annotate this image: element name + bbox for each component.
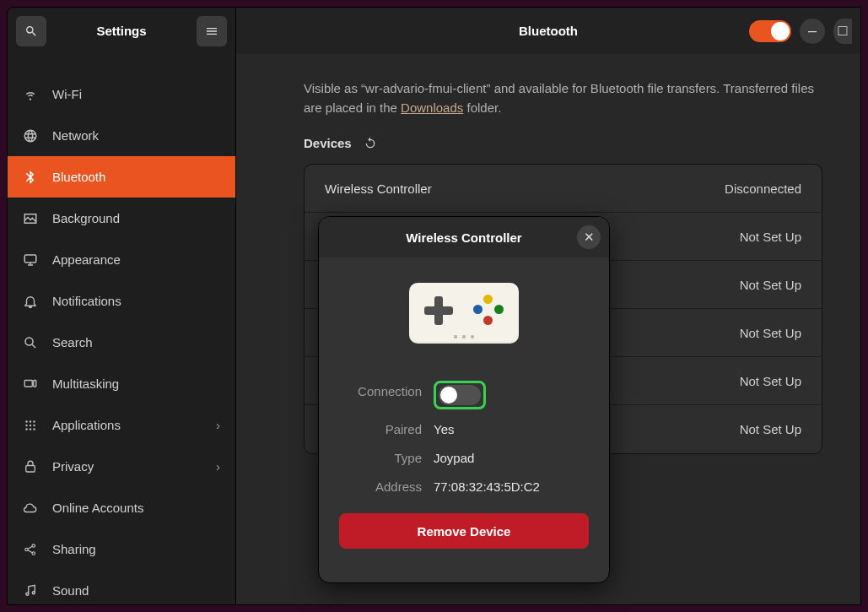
main-header: Bluetooth – □ <box>236 8 860 54</box>
lock-icon <box>23 459 38 474</box>
hamburger-icon <box>205 24 218 38</box>
device-row[interactable]: Wireless Controller Disconnected <box>305 165 822 213</box>
chevron-right-icon: › <box>216 459 220 474</box>
cloud-icon <box>23 501 38 516</box>
svg-point-1 <box>25 338 33 345</box>
connection-toggle-highlight <box>434 381 486 409</box>
address-label: Address <box>339 476 434 498</box>
type-label: Type <box>339 447 434 469</box>
gamepad-icon <box>409 283 519 344</box>
dialog-header: Wireless Controller ✕ <box>319 217 609 257</box>
sidebar-item-label: Wi-Fi <box>52 87 82 101</box>
sidebar-item-wifi[interactable]: Wi-Fi <box>8 73 235 115</box>
svg-point-17 <box>26 593 29 595</box>
sidebar-item-label: Bluetooth <box>52 170 105 184</box>
refresh-icon <box>364 137 377 150</box>
sidebar-item-appearance[interactable]: Appearance <box>8 239 235 280</box>
search-icon <box>23 335 38 350</box>
dialog-body: Connection Paired Yes Type Joypad Addres… <box>319 257 609 549</box>
devices-header: Devices <box>304 136 860 150</box>
paired-label: Paired <box>339 419 434 441</box>
close-button[interactable]: ✕ <box>577 225 601 249</box>
svg-point-7 <box>25 424 27 425</box>
appearance-icon <box>23 252 38 268</box>
globe-icon <box>23 128 38 144</box>
sidebar-item-label: Background <box>52 211 120 225</box>
sidebar-item-label: Privacy <box>52 459 94 474</box>
music-icon <box>23 583 38 598</box>
sidebar-item-notifications[interactable]: Notifications <box>8 280 235 322</box>
sidebar-item-multitasking[interactable]: Multitasking <box>8 363 235 404</box>
menu-button[interactable] <box>197 16 227 46</box>
sidebar-list: Wi-Fi Network Bluetooth Background Appea… <box>8 54 235 604</box>
svg-point-5 <box>30 420 31 422</box>
sidebar-item-privacy[interactable]: Privacy › <box>8 446 235 487</box>
svg-point-18 <box>32 591 35 593</box>
close-icon: ✕ <box>584 230 595 245</box>
sidebar-item-label: Sound <box>52 583 89 598</box>
sidebar-item-label: Online Accounts <box>52 501 143 515</box>
sidebar-item-search[interactable]: Search <box>8 322 235 363</box>
remove-device-button[interactable]: Remove Device <box>339 513 589 549</box>
svg-rect-3 <box>34 380 36 387</box>
svg-point-16 <box>32 551 35 554</box>
sidebar-item-sound[interactable]: Sound <box>8 570 235 604</box>
svg-point-6 <box>33 420 35 422</box>
svg-point-15 <box>32 544 35 546</box>
sidebar-item-label: Search <box>52 335 93 349</box>
search-button[interactable] <box>16 16 46 46</box>
sidebar-item-label: Sharing <box>52 542 96 556</box>
svg-point-12 <box>33 428 35 430</box>
sidebar-item-label: Notifications <box>52 294 121 308</box>
sidebar-item-background[interactable]: Background <box>8 198 235 239</box>
sidebar-item-label: Multitasking <box>52 376 119 391</box>
device-status: Disconnected <box>725 181 801 196</box>
device-dialog: Wireless Controller ✕ Connection Paired … <box>318 216 610 583</box>
downloads-link[interactable]: Downloads <box>401 100 463 115</box>
sidebar-item-applications[interactable]: Applications › <box>8 404 235 446</box>
device-status: Not Set Up <box>740 374 801 388</box>
search-icon <box>24 24 38 38</box>
svg-point-8 <box>30 424 31 425</box>
sidebar-item-network[interactable]: Network <box>8 115 235 156</box>
maximize-button[interactable]: □ <box>833 19 852 44</box>
bluetooth-toggle[interactable] <box>749 20 791 42</box>
svg-point-9 <box>33 424 35 425</box>
bell-icon <box>23 294 38 309</box>
device-status: Not Set Up <box>740 278 801 292</box>
paired-value: Yes <box>434 419 589 441</box>
dialog-title: Wireless Controller <box>406 230 521 245</box>
address-value: 77:08:32:43:5D:C2 <box>434 476 589 498</box>
sidebar-item-label: Network <box>52 128 99 143</box>
sidebar: Settings Wi-Fi Network Bluetooth Backgro… <box>8 8 236 604</box>
wifi-icon <box>23 87 38 102</box>
svg-point-14 <box>25 548 28 550</box>
background-icon <box>23 211 38 226</box>
sidebar-title: Settings <box>96 24 146 38</box>
header-actions: – □ <box>749 19 852 44</box>
device-status: Not Set Up <box>740 422 801 436</box>
multitasking-icon <box>23 376 38 392</box>
info-text: Visible as “ <box>304 81 365 95</box>
device-name: Wireless Controller <box>325 181 432 196</box>
sidebar-item-sharing[interactable]: Sharing <box>8 528 235 570</box>
sidebar-item-label: Applications <box>52 418 121 432</box>
visibility-info: Visible as “wr-advario-fmui-client” and … <box>304 79 827 117</box>
devices-label: Devices <box>304 136 352 150</box>
sidebar-item-bluetooth[interactable]: Bluetooth <box>8 156 235 198</box>
connection-toggle[interactable] <box>439 385 481 405</box>
device-status: Not Set Up <box>740 326 801 340</box>
share-icon <box>23 542 38 557</box>
svg-rect-2 <box>24 380 32 387</box>
device-properties: Connection Paired Yes Type Joypad Addres… <box>339 381 589 498</box>
chevron-right-icon: › <box>216 418 220 432</box>
info-text: folder. <box>463 100 501 115</box>
sidebar-item-label: Appearance <box>52 252 121 267</box>
sidebar-item-online-accounts[interactable]: Online Accounts <box>8 487 235 528</box>
type-value: Joypad <box>434 447 589 469</box>
minimize-button[interactable]: – <box>800 19 825 44</box>
svg-point-4 <box>25 420 27 422</box>
apps-icon <box>23 418 38 433</box>
svg-rect-0 <box>24 255 36 263</box>
connection-label: Connection <box>339 381 434 412</box>
